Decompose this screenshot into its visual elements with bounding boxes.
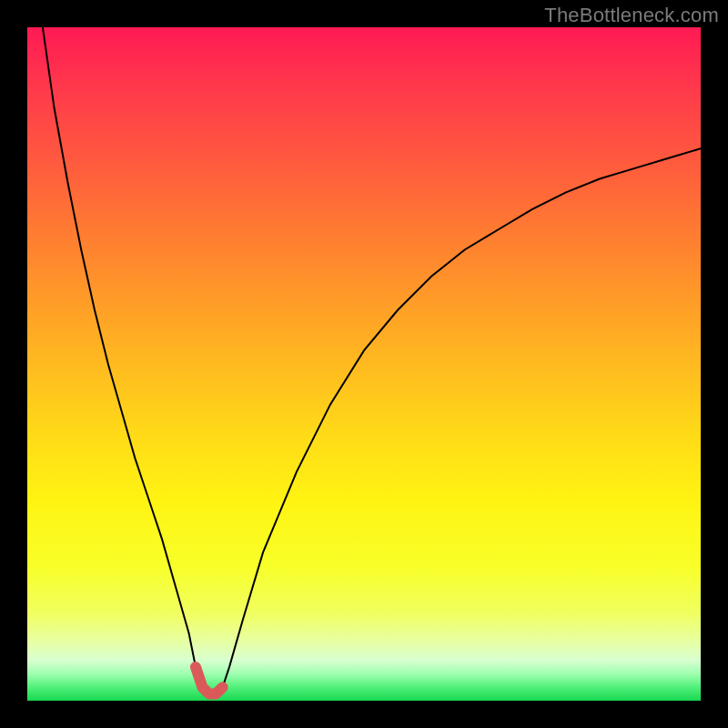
minimum-highlight — [196, 667, 223, 694]
curve-layer — [27, 27, 701, 701]
chart-frame: TheBottleneck.com — [0, 0, 728, 728]
bottleneck-curve — [27, 27, 701, 694]
plot-area — [27, 27, 701, 701]
watermark-text: TheBottleneck.com — [544, 4, 719, 27]
